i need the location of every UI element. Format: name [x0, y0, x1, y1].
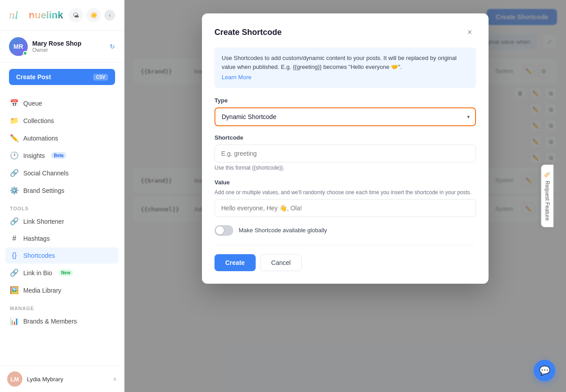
collapse-sidebar-btn[interactable]: ‹ — [104, 10, 115, 21]
type-form-group: Type Dynamic Shortcode Static Shortcode … — [214, 97, 476, 126]
sun-icon-btn[interactable]: ☀️ — [86, 8, 101, 22]
create-shortcode-modal: Create Shortcode × Use Shortcodes to add… — [202, 13, 489, 284]
sidebar-item-queue-label: Queue — [23, 100, 42, 107]
refresh-btn[interactable]: ↻ — [110, 43, 115, 50]
modal-divider — [214, 245, 476, 245]
weather-icon-btn[interactable]: 🌤 — [69, 8, 83, 22]
sidebar-item-collections-label: Collections — [23, 117, 54, 124]
shortcode-form-group: Shortcode Use this format {{shortcode}}. — [214, 134, 476, 171]
sidebar-item-collections[interactable]: 📁 Collections — [5, 112, 119, 129]
chat-icon: 💬 — [539, 365, 550, 376]
sidebar-item-brands-members[interactable]: 📊 Brands & Members — [5, 313, 119, 329]
modal-info-text: Use Shortcodes to add custom/dynamic con… — [222, 55, 457, 70]
profile-role: Owner — [32, 47, 105, 53]
cancel-button[interactable]: Cancel — [260, 254, 302, 271]
modal-overlay[interactable]: Create Shortcode × Use Shortcodes to add… — [124, 0, 566, 392]
sidebar-item-link-shortener[interactable]: 🔗 Link Shortener — [5, 213, 119, 230]
sidebar: nl nuelink 🌤 ☀️ ‹ MR — [0, 0, 124, 392]
sidebar-item-insights-label: Insights — [23, 152, 45, 159]
csv-badge: CSV — [93, 74, 108, 81]
modal-close-button[interactable]: × — [463, 26, 476, 38]
chat-bubble-button[interactable]: 💬 — [534, 360, 555, 381]
sidebar-item-insights[interactable]: 🕐 Insights Beta — [5, 147, 119, 164]
type-select[interactable]: Dynamic Shortcode Static Shortcode — [214, 107, 476, 126]
footer-chevron-icon: ∧ — [113, 376, 117, 382]
footer-user-name: Lydia Mybrary — [27, 376, 108, 383]
sidebar-item-brand-settings-label: Brand Settings — [23, 187, 64, 194]
value-form-group: Value Add one or multiple values, and we… — [214, 179, 476, 217]
logo-icon: nl — [9, 7, 25, 23]
sidebar-item-media-library[interactable]: 🖼️ Media Library — [5, 282, 119, 298]
queue-icon: 📅 — [10, 99, 19, 107]
profile-section: MR Mary Rose Shop Owner ↻ — [0, 31, 124, 63]
create-post-button[interactable]: Create Post CSV — [9, 69, 115, 85]
sidebar-item-social-channels-label: Social Channels — [23, 170, 69, 177]
sidebar-item-shortcodes-label: Shortcodes — [23, 252, 55, 259]
modal-actions: Create Cancel — [214, 254, 476, 271]
sidebar-item-queue[interactable]: 📅 Queue — [5, 95, 119, 111]
link-shortener-icon: 🔗 — [10, 217, 19, 226]
hashtags-icon: # — [10, 234, 19, 243]
collections-icon: 📁 — [10, 116, 19, 125]
link-in-bio-icon: 🔗 — [10, 268, 19, 277]
app-logo-text: nuelink — [29, 9, 63, 21]
value-label: Value — [214, 179, 476, 186]
sidebar-header: nl nuelink 🌤 ☀️ ‹ — [0, 0, 124, 31]
shortcode-label: Shortcode — [214, 134, 476, 141]
profile-info: Mary Rose Shop Owner — [32, 40, 105, 53]
header-icons: 🌤 ☀️ ‹ — [69, 8, 115, 22]
link-in-bio-new-badge: New — [59, 269, 73, 276]
sidebar-item-automations-label: Automations — [23, 135, 58, 142]
sidebar-item-brands-members-label: Brands & Members — [23, 318, 77, 325]
modal-title: Create Shortcode — [214, 28, 282, 37]
main-content: Create Shortcode y original value when ⤢… — [124, 0, 566, 392]
type-select-wrapper: Dynamic Shortcode Static Shortcode ▾ — [214, 107, 476, 126]
type-label: Type — [214, 97, 476, 104]
sidebar-item-shortcodes[interactable]: {} Shortcodes — [5, 247, 119, 264]
sidebar-item-link-in-bio-label: Link in Bio — [23, 269, 52, 277]
media-library-icon: 🖼️ — [10, 286, 19, 294]
logo-area: nl nuelink — [9, 7, 63, 23]
sidebar-item-hashtags[interactable]: # Hashtags — [5, 230, 119, 247]
sidebar-footer[interactable]: LM Lydia Mybrary ∧ — [0, 366, 124, 392]
request-feature-icon: 🏷️ — [544, 171, 550, 178]
avatar-initials: MR — [13, 43, 23, 50]
insights-beta-badge: Beta — [51, 152, 66, 159]
request-feature-label: Request Feature — [544, 181, 550, 221]
sidebar-item-media-library-label: Media Library — [23, 287, 61, 294]
sidebar-item-automations[interactable]: ✏️ Automations — [5, 130, 119, 146]
shortcode-input[interactable] — [214, 145, 476, 162]
automations-icon: ✏️ — [10, 134, 19, 142]
avatar: MR — [9, 37, 28, 56]
social-channels-icon: 🔗 — [10, 169, 19, 177]
footer-avatar: LM — [7, 371, 22, 387]
brand-settings-icon: ⚙️ — [10, 186, 19, 195]
sidebar-item-link-shortener-label: Link Shortener — [23, 218, 64, 225]
manage-section-label: MANAGE — [5, 301, 119, 313]
modal-info-box: Use Shortcodes to add custom/dynamic con… — [214, 47, 476, 88]
request-feature-tab[interactable]: 🏷️ Request Feature — [541, 165, 553, 227]
sidebar-item-social-channels[interactable]: 🔗 Social Channels — [5, 165, 119, 181]
online-indicator — [23, 51, 27, 55]
value-description: Add one or multiple values, and we'll ra… — [214, 189, 476, 196]
modal-header: Create Shortcode × — [214, 26, 476, 38]
insights-icon: 🕐 — [10, 151, 19, 160]
sidebar-item-brand-settings[interactable]: ⚙️ Brand Settings — [5, 182, 119, 199]
svg-text:nl: nl — [9, 9, 18, 21]
brands-members-icon: 📊 — [10, 317, 19, 325]
shortcode-hint: Use this format {{shortcode}}. — [214, 165, 476, 171]
create-button[interactable]: Create — [214, 254, 256, 271]
create-post-label: Create Post — [16, 73, 51, 81]
toggle-label: Make Shortcode available globally — [239, 227, 327, 234]
toggle-row: Make Shortcode available globally — [214, 225, 476, 236]
learn-more-link[interactable]: Learn More — [222, 73, 469, 82]
shortcodes-icon: {} — [10, 251, 19, 260]
nav-section: 📅 Queue 📁 Collections ✏️ Automations 🕐 I… — [0, 91, 124, 366]
sidebar-item-link-in-bio[interactable]: 🔗 Link in Bio New — [5, 264, 119, 281]
tools-section-label: TOOLS — [5, 201, 119, 213]
value-input[interactable] — [214, 199, 476, 217]
profile-name: Mary Rose Shop — [32, 40, 105, 47]
global-shortcode-toggle[interactable] — [214, 225, 233, 236]
sidebar-item-hashtags-label: Hashtags — [23, 235, 50, 242]
